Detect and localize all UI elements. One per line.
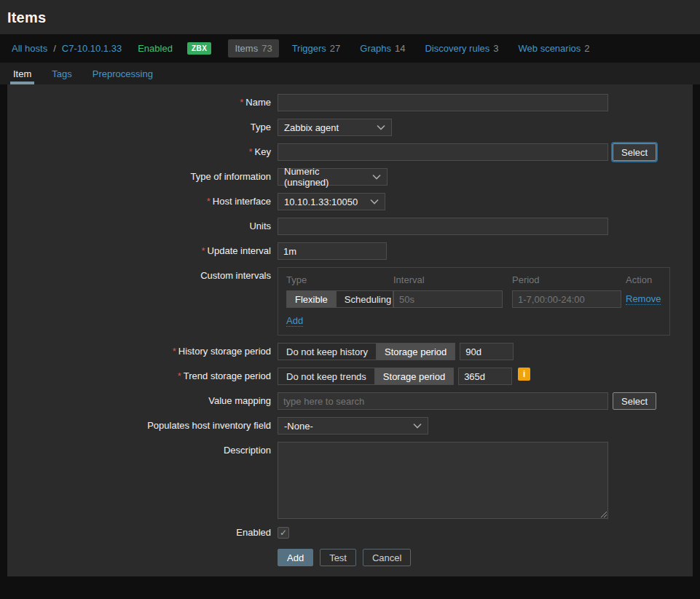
custom-interval-row: Flexible Scheduling Remove — [286, 290, 661, 308]
name-label: Name — [245, 97, 271, 108]
flexible-option[interactable]: Flexible — [287, 291, 336, 307]
add-interval-link[interactable]: Add — [286, 315, 303, 327]
do-not-keep-trends-option[interactable]: Do not keep trends — [278, 368, 374, 384]
host-status-enabled: Enabled — [138, 43, 173, 54]
description-textarea[interactable] — [278, 442, 608, 519]
tab-item[interactable]: Item — [13, 63, 31, 84]
update-interval-input[interactable] — [278, 242, 387, 260]
row-update-interval: *Update interval — [7, 242, 693, 260]
breadcrumb-all-hosts-link[interactable]: All hosts — [12, 43, 47, 54]
period-input[interactable] — [512, 290, 621, 308]
inventory-field-select[interactable]: -None- — [278, 417, 428, 435]
breadcrumb: All hosts / C7-10.10.1.33 Enabled ZBX It… — [0, 34, 700, 63]
trend-storage-period-option[interactable]: Storage period — [374, 368, 453, 384]
type-of-information-select[interactable]: Numeric (unsigned) — [278, 168, 388, 186]
chevron-down-icon — [370, 199, 379, 205]
trend-storage-label: Trend storage period — [184, 370, 271, 381]
host-interface-label: Host interface — [213, 196, 271, 207]
column-type: Type — [286, 274, 393, 285]
row-description: Description — [7, 442, 693, 519]
chevron-down-icon — [413, 423, 422, 429]
enabled-checkbox[interactable]: ✓ — [278, 527, 289, 539]
value-mapping-select-button[interactable]: Select — [613, 392, 656, 410]
required-marker: * — [178, 370, 181, 381]
custom-intervals-label: Custom intervals — [7, 267, 278, 281]
nav-item-count: 14 — [395, 43, 405, 54]
remove-interval-link[interactable]: Remove — [626, 293, 661, 305]
row-trend-storage: *Trend storage period Do not keep trends… — [7, 368, 693, 385]
trend-period-input[interactable] — [458, 368, 512, 385]
name-input[interactable] — [278, 94, 608, 111]
nav-item-label: Discovery rules — [425, 43, 489, 54]
add-button[interactable]: Add — [278, 549, 313, 566]
column-period: Period — [512, 274, 626, 285]
breadcrumb-host-link[interactable]: C7-10.10.1.33 — [62, 43, 122, 54]
required-marker: * — [249, 146, 253, 157]
nav-item-count: 73 — [261, 43, 272, 54]
row-actions: Add Test Cancel — [7, 549, 693, 566]
interval-type-segmented: Flexible Scheduling — [286, 290, 393, 308]
inventory-field-label: Populates host inventory field — [7, 417, 278, 431]
nav-item-discovery-rules[interactable]: Discovery rules 3 — [418, 39, 505, 57]
history-storage-label: History storage period — [178, 346, 271, 357]
custom-intervals-header: Type Interval Period Action — [286, 274, 661, 285]
type-of-information-value: Numeric (unsigned) — [284, 166, 366, 188]
required-marker: * — [207, 196, 211, 207]
page-header: Items — [0, 0, 700, 34]
required-marker: * — [173, 346, 176, 357]
required-marker: * — [201, 245, 205, 256]
row-key: *Key Select — [7, 143, 693, 161]
tab-tags[interactable]: Tags — [52, 63, 71, 84]
chevron-down-icon — [372, 174, 381, 180]
nav-item-web-scenarios[interactable]: Web scenarios 2 — [512, 39, 597, 57]
custom-intervals-box: Type Interval Period Action Flexible Sch… — [278, 267, 670, 336]
zbx-agent-badge[interactable]: ZBX — [187, 42, 212, 55]
nav-item-label: Web scenarios — [519, 43, 581, 54]
info-icon[interactable]: i — [518, 368, 530, 381]
row-host-interface: *Host interface 10.10.1.33:10050 — [7, 193, 693, 210]
trend-storage-segmented: Do not keep trends Storage period — [278, 368, 454, 385]
key-input[interactable] — [278, 143, 608, 161]
row-custom-intervals: Custom intervals Type Interval Period Ac… — [7, 267, 693, 336]
row-history-storage: *History storage period Do not keep hist… — [7, 343, 693, 360]
row-enabled: Enabled ✓ — [7, 526, 693, 539]
breadcrumb-separator: / — [53, 43, 56, 54]
form-tabs: Item Tags Preprocessing — [0, 63, 700, 84]
row-type: Type Zabbix agent — [7, 119, 693, 136]
history-storage-period-option[interactable]: Storage period — [376, 344, 455, 360]
nav-item-count: 3 — [493, 43, 498, 54]
column-interval: Interval — [393, 274, 512, 285]
units-label: Units — [7, 218, 278, 231]
host-nav: Items 73 Triggers 27 Graphs 14 Discovery… — [221, 39, 596, 57]
row-type-of-information: Type of information Numeric (unsigned) — [7, 168, 693, 186]
host-interface-select[interactable]: 10.10.1.33:10050 — [278, 193, 385, 210]
type-select-value: Zabbix agent — [284, 122, 339, 133]
units-input[interactable] — [278, 218, 608, 235]
required-marker: * — [240, 97, 243, 108]
chevron-down-icon — [377, 124, 385, 130]
nav-item-items[interactable]: Items 73 — [228, 39, 278, 57]
value-mapping-input[interactable] — [278, 392, 608, 410]
test-button[interactable]: Test — [320, 549, 356, 566]
row-name: *Name — [7, 94, 693, 111]
column-action: Action — [626, 274, 661, 285]
scheduling-option[interactable]: Scheduling — [336, 291, 399, 307]
key-select-button[interactable]: Select — [613, 143, 656, 161]
page-title: Items — [7, 9, 693, 26]
type-select[interactable]: Zabbix agent — [278, 119, 392, 136]
nav-item-graphs[interactable]: Graphs 14 — [353, 39, 412, 57]
cancel-button[interactable]: Cancel — [363, 549, 411, 566]
type-of-information-label: Type of information — [7, 168, 278, 182]
nav-item-triggers[interactable]: Triggers 27 — [286, 39, 347, 57]
row-value-mapping: Value mapping Select — [7, 392, 693, 410]
description-label: Description — [7, 442, 278, 456]
nav-item-label: Graphs — [360, 43, 391, 54]
tab-preprocessing[interactable]: Preprocessing — [93, 63, 153, 84]
row-units: Units — [7, 218, 693, 235]
do-not-keep-history-option[interactable]: Do not keep history — [278, 344, 376, 360]
history-period-input[interactable] — [460, 343, 514, 360]
nav-item-count: 2 — [584, 43, 589, 54]
value-mapping-label: Value mapping — [7, 392, 278, 406]
interval-input[interactable] — [393, 290, 503, 308]
key-label: Key — [255, 146, 271, 157]
